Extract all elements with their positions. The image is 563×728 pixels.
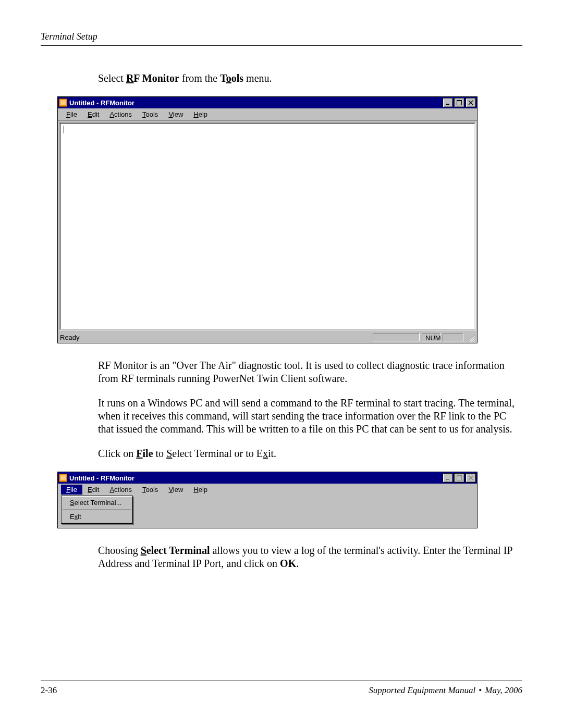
paragraph-rf-monitor-desc: RF Monitor is an "Over The Air" diagnost… bbox=[98, 359, 522, 385]
status-numlock: NUM bbox=[422, 333, 440, 341]
page-footer: 2-36 Supported Equipment Manual•May, 200… bbox=[41, 681, 522, 696]
status-panel-empty-2 bbox=[443, 333, 463, 341]
menu-actions[interactable]: Actions bbox=[104, 109, 137, 119]
header-rule bbox=[41, 45, 522, 46]
rfmonitor-window-file-open: Untitled - RFMonitor File S bbox=[57, 472, 478, 528]
status-panel-empty-1 bbox=[373, 333, 420, 341]
menu-view[interactable]: View bbox=[163, 485, 188, 495]
svg-rect-2 bbox=[457, 100, 462, 101]
menu-file[interactable]: File bbox=[61, 109, 82, 119]
file-dropdown: Select Terminal... Exit bbox=[61, 496, 133, 524]
footer-manual-date: Supported Equipment Manual•May, 2006 bbox=[369, 685, 522, 696]
resize-grip-icon[interactable] bbox=[466, 332, 475, 342]
titlebar[interactable]: Untitled - RFMonitor bbox=[58, 97, 477, 108]
instruction-select-rf-monitor: Select RF Monitor from the Tools menu. bbox=[98, 72, 522, 85]
window-title: Untitled - RFMonitor bbox=[69, 474, 443, 482]
menu-help[interactable]: Help bbox=[188, 109, 213, 119]
status-ready: Ready bbox=[60, 334, 80, 341]
menubar: File Select Terminal... Exit Edit Action… bbox=[58, 484, 477, 496]
menu-help[interactable]: Help bbox=[188, 485, 213, 495]
titlebar[interactable]: Untitled - RFMonitor bbox=[58, 472, 477, 484]
menu-separator bbox=[63, 509, 131, 510]
footer-rule bbox=[41, 681, 522, 681]
instruction-click-file: Click on File to Select Terminal or to E… bbox=[98, 447, 522, 460]
svg-rect-11 bbox=[446, 479, 449, 480]
menubar: File Edit Actions Tools View Help bbox=[58, 108, 477, 121]
menu-view[interactable]: View bbox=[163, 109, 188, 119]
paragraph-select-terminal-desc: Choosing Select Terminal allows you to v… bbox=[98, 544, 522, 570]
menu-tools[interactable]: Tools bbox=[137, 109, 163, 119]
menu-item-exit[interactable]: Exit bbox=[63, 511, 131, 522]
app-icon bbox=[59, 474, 67, 482]
svg-rect-0 bbox=[446, 104, 449, 105]
svg-rect-13 bbox=[457, 475, 462, 476]
rfmonitor-window-main: Untitled - RFMonitor File Edit Actions T… bbox=[57, 96, 478, 343]
page-number: 2-36 bbox=[41, 685, 57, 696]
menu-item-select-terminal[interactable]: Select Terminal... bbox=[63, 497, 131, 508]
running-header: Terminal Setup bbox=[41, 31, 522, 42]
window-title: Untitled - RFMonitor bbox=[69, 99, 443, 107]
menu-edit[interactable]: Edit bbox=[82, 485, 104, 495]
maximize-button[interactable] bbox=[454, 98, 464, 107]
statusbar: Ready NUM bbox=[58, 331, 477, 343]
maximize-button[interactable] bbox=[454, 473, 464, 483]
menu-tools[interactable]: Tools bbox=[137, 485, 163, 495]
minimize-button[interactable] bbox=[443, 473, 453, 483]
paragraph-rf-monitor-how: It runs on a Windows PC and will send a … bbox=[98, 397, 522, 436]
close-button[interactable] bbox=[466, 473, 476, 483]
text-caret bbox=[64, 126, 64, 133]
app-icon bbox=[59, 98, 67, 107]
menu-file[interactable]: File Select Terminal... Exit bbox=[61, 485, 82, 495]
client-area[interactable] bbox=[60, 123, 475, 329]
menu-actions[interactable]: Actions bbox=[104, 485, 137, 495]
minimize-button[interactable] bbox=[443, 98, 453, 107]
menu-edit[interactable]: Edit bbox=[82, 109, 104, 119]
close-button[interactable] bbox=[466, 98, 476, 107]
